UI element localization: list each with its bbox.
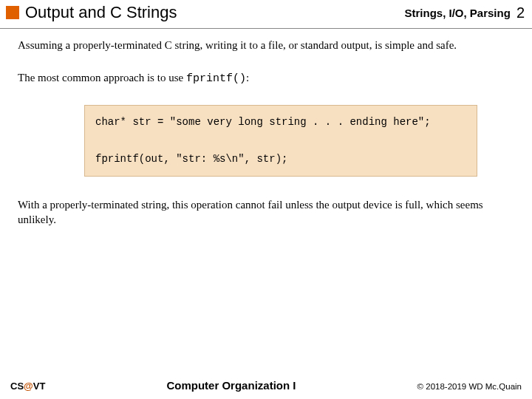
paragraph-2-text: The most common approach is to use <box>18 72 186 83</box>
paragraph-3: With a properly-terminated string, this … <box>18 197 514 228</box>
footer-at: @ <box>24 381 33 392</box>
slide: Output and C Strings Strings, I/O, Parsi… <box>0 0 532 399</box>
footer-copyright: © 2018-2019 WD Mc.Quain <box>417 382 522 391</box>
page-number: 2 <box>516 4 525 21</box>
footer-left: CS@VT <box>10 381 45 392</box>
paragraph-2-suffix: : <box>246 72 249 83</box>
paragraph-1: Assuming a properly-terminated C string,… <box>18 38 514 52</box>
slide-header: Output and C Strings Strings, I/O, Parsi… <box>0 0 532 28</box>
slide-footer: CS@VT Computer Organization I © 2018-201… <box>0 379 532 392</box>
footer-vt: VT <box>33 381 46 392</box>
inline-code-fprintf: fprintf() <box>186 72 246 85</box>
header-accent-square <box>6 6 19 19</box>
footer-cs: CS <box>10 381 24 392</box>
slide-topic: Strings, I/O, Parsing <box>405 7 511 19</box>
footer-center: Computer Organization I <box>45 379 417 392</box>
paragraph-2: The most common approach is to use fprin… <box>18 70 514 86</box>
slide-title: Output and C Strings <box>25 3 405 22</box>
slide-body: Assuming a properly-terminated C string,… <box>0 29 532 228</box>
code-block: char* str = "some very long string . . .… <box>84 105 477 177</box>
